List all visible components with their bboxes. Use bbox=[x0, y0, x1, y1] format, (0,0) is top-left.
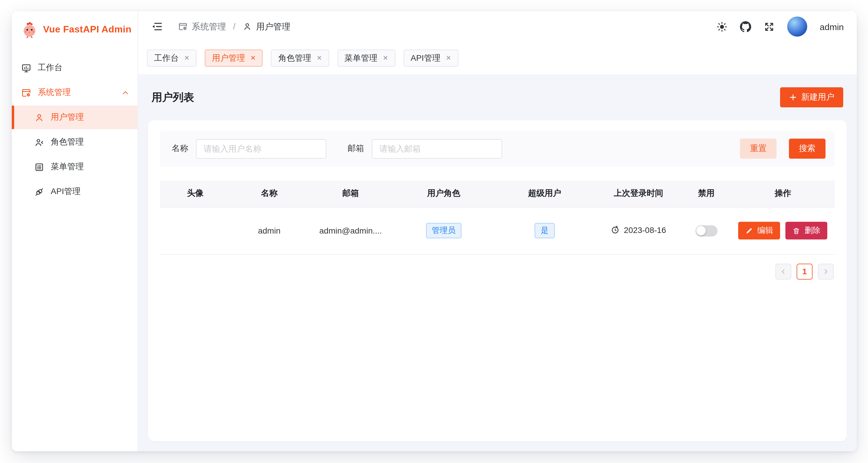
delete-button[interactable]: 删除 bbox=[786, 222, 828, 239]
breadcrumb-separator: / bbox=[233, 22, 236, 31]
email-filter-input[interactable] bbox=[372, 139, 502, 158]
sidebar: Vue FastAPI Admin 工作台 系统管理 bbox=[12, 11, 138, 451]
chevron-up-icon bbox=[122, 89, 129, 96]
col-disabled: 禁用 bbox=[682, 180, 731, 207]
monitor-icon bbox=[21, 63, 31, 73]
breadcrumb-label: 系统管理 bbox=[192, 21, 226, 32]
name-filter-input[interactable] bbox=[196, 139, 326, 158]
window-settings-icon bbox=[178, 22, 188, 31]
toggle-knob bbox=[696, 226, 706, 235]
tab-close-icon[interactable]: ✕ bbox=[250, 54, 255, 62]
user-icon bbox=[34, 112, 44, 122]
new-user-button[interactable]: 新建用户 bbox=[780, 87, 843, 107]
tab-label: 用户管理 bbox=[212, 53, 245, 63]
pencil-icon bbox=[746, 227, 753, 234]
edit-button[interactable]: 编辑 bbox=[739, 222, 780, 239]
role-tag: 管理员 bbox=[426, 223, 462, 238]
user-list-card: 名称 邮箱 重置 搜索 bbox=[148, 120, 847, 441]
filter-bar: 名称 邮箱 重置 搜索 bbox=[160, 130, 835, 167]
col-name: 名称 bbox=[231, 180, 308, 207]
breadcrumb-item-system[interactable]: 系统管理 bbox=[178, 21, 226, 32]
last-login-value: 2023-08-16 bbox=[624, 225, 666, 235]
user-icon bbox=[243, 22, 252, 31]
sidebar-item-menus[interactable]: 菜单管理 bbox=[12, 155, 137, 179]
sidebar-item-label: API管理 bbox=[51, 187, 81, 197]
col-role: 用户角色 bbox=[394, 180, 494, 207]
edit-button-label: 编辑 bbox=[757, 225, 773, 236]
new-user-button-label: 新建用户 bbox=[801, 92, 834, 103]
search-button[interactable]: 搜索 bbox=[789, 139, 826, 159]
table-header-row: 头像 名称 邮箱 用户角色 超级用户 上次登录时间 禁用 操作 bbox=[160, 180, 835, 207]
pagination-page-1[interactable]: 1 bbox=[797, 263, 812, 279]
user-avatar[interactable] bbox=[787, 16, 807, 37]
sun-icon bbox=[716, 21, 727, 32]
sidebar-item-label: 角色管理 bbox=[51, 137, 84, 147]
sidebar-item-users[interactable]: 用户管理 bbox=[12, 106, 137, 129]
disabled-toggle[interactable] bbox=[695, 225, 717, 236]
sidebar-item-roles[interactable]: 角色管理 bbox=[12, 130, 137, 154]
tab-label: 角色管理 bbox=[278, 53, 311, 63]
main-area: 系统管理 / 用户管理 bbox=[138, 11, 857, 451]
pagination-prev-button[interactable] bbox=[775, 263, 791, 279]
page-header: 用户列表 新建用户 bbox=[148, 74, 847, 120]
tab-menus[interactable]: 菜单管理 ✕ bbox=[337, 49, 395, 67]
pagination: 1 bbox=[160, 263, 835, 279]
col-actions: 操作 bbox=[731, 180, 835, 207]
actions-cell: 编辑 删除 bbox=[731, 207, 835, 254]
chick-logo-icon bbox=[21, 21, 38, 38]
col-email: 邮箱 bbox=[308, 180, 394, 207]
sidebar-item-workbench[interactable]: 工作台 bbox=[12, 56, 137, 79]
tab-users[interactable]: 用户管理 ✕ bbox=[205, 49, 262, 67]
sidebar-item-label: 菜单管理 bbox=[51, 162, 84, 172]
brand-title: Vue FastAPI Admin bbox=[43, 24, 132, 35]
github-icon bbox=[740, 21, 751, 32]
breadcrumb-item-users[interactable]: 用户管理 bbox=[243, 21, 290, 32]
collapse-sidebar-button[interactable] bbox=[151, 21, 163, 32]
email-filter-label: 邮箱 bbox=[347, 143, 364, 154]
tab-close-icon[interactable]: ✕ bbox=[184, 54, 189, 62]
window-settings-icon bbox=[21, 88, 31, 98]
fullscreen-button[interactable] bbox=[764, 21, 775, 32]
tab-roles[interactable]: 角色管理 ✕ bbox=[271, 49, 329, 67]
users-table: 头像 名称 邮箱 用户角色 超级用户 上次登录时间 禁用 操作 bbox=[160, 180, 835, 255]
avatar-cell bbox=[160, 207, 231, 254]
pagination-next-button[interactable] bbox=[818, 263, 834, 279]
name-filter-label: 名称 bbox=[172, 143, 188, 154]
fullscreen-expand-icon bbox=[764, 21, 775, 32]
menu-fold-icon bbox=[151, 21, 163, 32]
sidebar-item-label: 用户管理 bbox=[51, 112, 84, 123]
role-cell: 管理员 bbox=[394, 207, 494, 254]
plus-icon bbox=[789, 93, 797, 101]
name-cell: admin bbox=[231, 207, 308, 254]
username-label[interactable]: admin bbox=[819, 22, 844, 32]
clock-history-icon bbox=[611, 226, 620, 234]
breadcrumb: 系统管理 / 用户管理 bbox=[178, 21, 290, 32]
chevron-right-icon bbox=[822, 267, 830, 275]
tab-close-icon[interactable]: ✕ bbox=[317, 54, 322, 62]
breadcrumb-label: 用户管理 bbox=[256, 21, 290, 32]
tab-close-icon[interactable]: ✕ bbox=[383, 54, 388, 62]
tab-label: 菜单管理 bbox=[344, 53, 377, 63]
topbar-actions: admin bbox=[716, 16, 844, 37]
tab-workbench[interactable]: 工作台 ✕ bbox=[147, 49, 196, 67]
chevron-left-icon bbox=[779, 267, 787, 275]
user-role-icon bbox=[34, 137, 44, 147]
col-avatar: 头像 bbox=[160, 180, 231, 207]
table-row: admin admin@admin.... 管理员 是 bbox=[160, 207, 835, 254]
github-link-button[interactable] bbox=[740, 21, 751, 32]
brand[interactable]: Vue FastAPI Admin bbox=[12, 11, 137, 48]
tabbar: 工作台 ✕ 用户管理 ✕ 角色管理 ✕ 菜单管理 ✕ API管理 ✕ bbox=[138, 42, 857, 74]
superuser-cell: 是 bbox=[494, 207, 595, 254]
topbar: 系统管理 / 用户管理 bbox=[138, 11, 857, 42]
reset-button[interactable]: 重置 bbox=[740, 139, 777, 159]
tab-label: 工作台 bbox=[154, 53, 179, 63]
col-last-login: 上次登录时间 bbox=[595, 180, 682, 207]
theme-toggle-button[interactable] bbox=[716, 21, 727, 32]
disabled-cell bbox=[682, 207, 731, 254]
tab-api[interactable]: API管理 ✕ bbox=[404, 49, 459, 67]
sidebar-menu: 工作台 系统管理 bbox=[12, 48, 137, 205]
sidebar-item-api[interactable]: API管理 bbox=[12, 180, 137, 203]
delete-button-label: 删除 bbox=[805, 225, 820, 236]
sidebar-item-system[interactable]: 系统管理 bbox=[12, 81, 137, 104]
tab-close-icon[interactable]: ✕ bbox=[446, 54, 451, 62]
